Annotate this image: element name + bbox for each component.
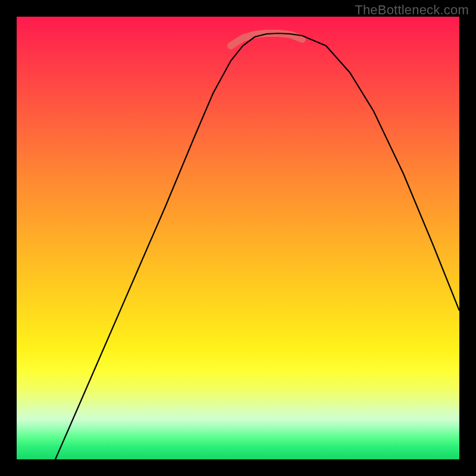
bottleneck-curve-path — [55, 33, 459, 459]
minimum-highlight-path — [231, 33, 302, 46]
watermark-text: TheBottleneck.com — [355, 2, 469, 18]
plot-area — [17, 17, 459, 459]
curve-svg — [17, 17, 459, 459]
